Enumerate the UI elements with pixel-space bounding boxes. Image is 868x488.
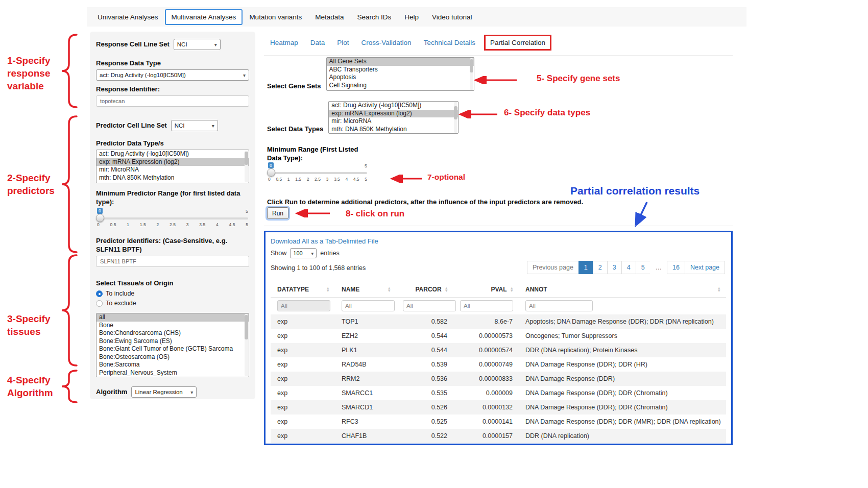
partial-min-range-slider[interactable]: 0 5 0 0.5 1 1.5 2 2.5 3 3.5 4 4.5 5 (267, 163, 367, 185)
sort-icon[interactable]: ▲▼ (388, 287, 391, 292)
tissue-listbox[interactable]: all Bone Bone:Chondrosarcoma (CHS) Bone:… (96, 313, 249, 377)
listbox-option[interactable]: Bone:Ewing Sarcoma (ES) (97, 337, 249, 346)
cell-datatype: exp (271, 414, 335, 429)
nav-video-tutorial[interactable]: Video tutorial (425, 9, 479, 25)
sort-icon[interactable]: ▲▼ (717, 287, 721, 292)
sort-icon[interactable]: ▲▼ (326, 287, 330, 292)
nav-mutation-variants[interactable]: Mutation variants (243, 9, 308, 25)
listbox-option-selected[interactable]: exp: mRNA Expression (log2) (97, 158, 249, 166)
tab-cross-validation[interactable]: Cross-Validation (355, 35, 418, 51)
filter-annot-input[interactable] (525, 300, 593, 311)
slider-max-label: 5 (246, 209, 248, 214)
filter-parcor-input[interactable] (403, 300, 456, 311)
page-size-select[interactable]: 100 ▾ (290, 248, 317, 258)
nav-multivariate-analyses[interactable]: Multivariate Analyses (165, 9, 243, 25)
sort-icon[interactable]: ▲▼ (445, 287, 448, 292)
select-value: 100 (293, 250, 302, 256)
page-button-2[interactable]: 2 (593, 261, 608, 274)
listbox-option[interactable]: Bone:Chondrosarcoma (CHS) (97, 329, 249, 337)
algorithm-label: Algorithm (96, 388, 127, 396)
response-identifier-input[interactable] (96, 95, 249, 107)
tissue-exclude-radio[interactable]: To exclude (96, 300, 249, 307)
listbox-option[interactable]: Bone:Giant Cell Tumor of Bone (GCTB) Sar… (97, 345, 249, 353)
scrollbar[interactable] (470, 58, 473, 90)
filter-datatype-input[interactable] (277, 300, 330, 311)
table-row[interactable]: exp SMARCC1 0.535 0.000009 DNA Damage Re… (271, 386, 726, 400)
previous-page-button[interactable]: Previous page (527, 261, 579, 274)
column-header-annot[interactable]: ANNOT ▲▼ (519, 282, 726, 297)
listbox-option-selected[interactable]: All Gene Sets (327, 58, 474, 66)
nav-help[interactable]: Help (398, 9, 425, 25)
slider-handle[interactable] (96, 214, 104, 222)
cell-name: PLK1 (335, 343, 396, 357)
nav-metadata[interactable]: Metadata (308, 9, 350, 25)
tab-technical-details[interactable]: Technical Details (418, 35, 481, 51)
response-cell-line-set-select[interactable]: NCI ▾ (174, 39, 221, 50)
run-button[interactable]: Run (267, 207, 288, 219)
tab-partial-correlation[interactable]: Partial Correlation (484, 35, 551, 51)
listbox-option[interactable]: Cell Signaling (327, 82, 474, 90)
listbox-option[interactable]: mth: DNA 850K Methylation (97, 174, 249, 182)
listbox-option[interactable]: Bone (97, 322, 249, 330)
listbox-option[interactable]: mir: MicroRNA (329, 117, 458, 126)
predictor-identifiers-input[interactable] (96, 256, 249, 267)
page-button-3[interactable]: 3 (607, 261, 622, 274)
listbox-option[interactable]: mir: MicroRNA (97, 166, 249, 174)
table-row[interactable]: exp RFC3 0.525 0.0000141 DNA Damage Resp… (271, 414, 726, 429)
nav-search-ids[interactable]: Search IDs (350, 9, 398, 25)
table-row[interactable]: exp RAD54B 0.539 0.00000749 DNA Damage R… (271, 357, 726, 372)
listbox-option-selected[interactable]: all (97, 313, 249, 322)
listbox-option[interactable]: Bone:Sarcoma (97, 361, 249, 369)
table-row[interactable]: exp CHAF1B 0.522 0.0000157 DDR (DNA repl… (271, 429, 726, 443)
slider-tick: 4 (345, 177, 348, 182)
tab-plot[interactable]: Plot (331, 35, 355, 51)
nav-univariate-analyses[interactable]: Univariate Analyses (91, 9, 165, 25)
tab-heatmap[interactable]: Heatmap (264, 35, 304, 51)
column-header-name[interactable]: NAME ▲▼ (335, 282, 396, 297)
tissue-include-radio[interactable]: To include (96, 290, 249, 297)
algorithm-select[interactable]: Linear Regression ▾ (131, 386, 197, 398)
response-data-type-select[interactable]: act: Drug Activity (-log10[IC50M]) ▾ (96, 69, 249, 81)
filter-name-input[interactable] (342, 300, 395, 311)
listbox-option-selected[interactable]: exp: mRNA Expression (log2) (329, 110, 458, 118)
scrollbar[interactable] (245, 314, 248, 376)
gene-sets-listbox[interactable]: All Gene Sets ABC Transporters Apoptosis… (326, 57, 474, 91)
column-header-parcor[interactable]: PARCOR ▲▼ (396, 282, 453, 297)
table-row[interactable]: exp SMARCD1 0.526 0.0000132 DNA Damage R… (271, 400, 726, 414)
listbox-option[interactable]: ABC Transporters (327, 66, 474, 74)
predictor-cell-line-set-select[interactable]: NCI ▾ (171, 120, 218, 131)
column-header-pval[interactable]: PVAL ▲▼ (453, 282, 519, 297)
table-row[interactable]: exp TOP1 0.582 8.6e-7 Apoptosis; DNA Dam… (271, 314, 726, 329)
filter-pval-input[interactable] (460, 300, 513, 311)
slider-track[interactable] (267, 172, 367, 174)
page-button-4[interactable]: 4 (621, 261, 636, 274)
cell-name: EZH2 (335, 329, 396, 343)
predictor-data-types-listbox[interactable]: act: Drug Activity (-log10[IC50M]) exp: … (96, 150, 249, 183)
listbox-option[interactable]: act: Drug Activity (-log10[IC50M]) (97, 150, 249, 158)
listbox-option[interactable]: mth: DNA 850K Methylation (329, 126, 458, 134)
data-types-listbox[interactable]: act: Drug Activity (-log10[IC50M]) exp: … (328, 101, 459, 134)
page-button-16[interactable]: 16 (667, 261, 685, 274)
run-instruction: Click Run to determine additional predic… (267, 198, 583, 206)
show-label: Show (271, 250, 286, 257)
annotation-step6: 6- Specify data types (504, 108, 590, 118)
sort-icon[interactable]: ▲▼ (510, 287, 514, 292)
cell-parcor: 0.526 (396, 400, 453, 414)
table-row[interactable]: exp EZH2 0.544 0.00000573 Oncogenes; Tum… (271, 329, 726, 343)
listbox-option[interactable]: act: Drug Activity (-log10[IC50M]) (329, 102, 458, 110)
table-row[interactable]: exp RRM2 0.536 0.00000833 DNA Damage Res… (271, 372, 726, 386)
listbox-option[interactable]: Peripheral_Nervous_System (97, 369, 249, 377)
listbox-option[interactable]: Apoptosis (327, 74, 474, 82)
table-row[interactable]: exp PLK1 0.544 0.00000574 DDR (DNA repli… (271, 343, 726, 357)
listbox-option[interactable]: Bone:Osteosarcoma (OS) (97, 353, 249, 361)
slider-handle[interactable] (267, 168, 275, 177)
tab-data[interactable]: Data (304, 35, 331, 51)
column-header-datatype[interactable]: DATATYPE ▲▼ (271, 282, 335, 297)
page-button-1[interactable]: 1 (578, 261, 593, 274)
download-all-link[interactable]: Download All as a Tab-Delimited File (271, 237, 378, 245)
predictor-min-range-slider[interactable]: 0 5 0 0.5 1 1.5 2 2.5 3 3.5 4 4.5 5 (96, 209, 248, 230)
next-page-button[interactable]: Next page (685, 261, 725, 274)
slider-track[interactable] (96, 217, 248, 219)
page-button-5[interactable]: 5 (636, 261, 650, 274)
scrollbar[interactable] (245, 151, 248, 182)
